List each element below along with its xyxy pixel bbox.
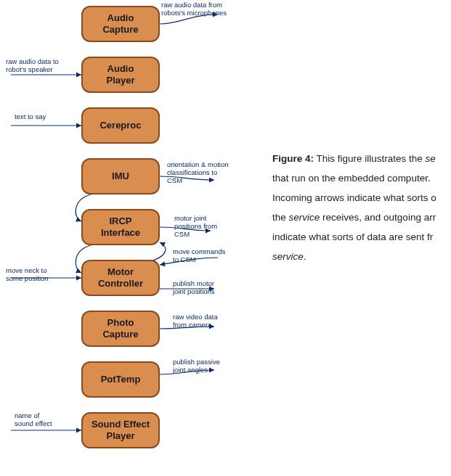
caption-text: the [272,212,289,223]
caption-text: This figure illustrates the [314,153,426,164]
node-audio-capture: AudioCapture [81,6,160,42]
edge-label-audio-capture-out: raw audio data fromrobots's microphones [161,1,227,17]
caption-label: Figure 4: [272,153,314,164]
caption-ital: se [426,153,436,164]
node-label: AudioPlayer [106,63,134,86]
node-label: PotTemp [101,374,141,385]
node-label: IRCPInterface [101,216,140,238]
edge-label-photo-out: raw video datafrom camera [173,313,218,329]
node-audio-player: AudioPlayer [81,57,160,93]
node-label: IMU [112,171,129,182]
edge-label-motor-out: publish motorjoint positions [173,280,215,296]
caption-ital: service [289,212,320,223]
edge-label-imu-out: orientation & motionclassifications toCS… [167,161,229,185]
edge-label-cereproc-in: text to say [15,113,46,121]
edge-label-motor-in-top: move commandsto CSM [173,248,225,264]
edge-label-motor-in-left: move neck tosome position [6,267,49,283]
diagram-area: AudioCapture AudioPlayer Cereproc IMU IR… [0,0,261,476]
node-pottemp: PotTemp [81,361,160,398]
caption-text: . [304,251,306,262]
node-ircp-interface: IRCPInterface [81,209,160,245]
node-motor-controller: MotorController [81,260,160,296]
caption-text: indicate what sorts of data are sent fr [272,231,433,242]
edge-label-audio-player-in: raw audio data torobot's speaker [6,58,59,74]
node-label: PhotoCapture [102,317,138,340]
figure-caption: Figure 4: This figure illustrates the se… [272,149,447,266]
node-photo-capture: PhotoCapture [81,311,160,347]
caption-ital: service [272,251,304,262]
node-label: MotorController [98,266,143,289]
node-cereproc: Cereproc [81,107,160,144]
caption-text: that run on the embedded computer. [272,173,431,184]
edge-label-pottemp-out: publish passivejoint angles [173,358,220,374]
edge-label-sound-in: name ofsound effect [15,412,52,428]
caption-text: receives, and outgoing arr [320,212,436,223]
node-imu: IMU [81,158,160,194]
edge-label-ircp-out: motor jointpositions fromCSM [174,215,217,239]
node-label: Cereproc [99,120,141,131]
node-sound-effect-player: Sound EffectPlayer [81,412,160,448]
caption-text: Incoming arrows indicate what sorts o [272,192,436,203]
node-label: Sound EffectPlayer [92,419,150,441]
node-label: AudioCapture [102,12,138,35]
